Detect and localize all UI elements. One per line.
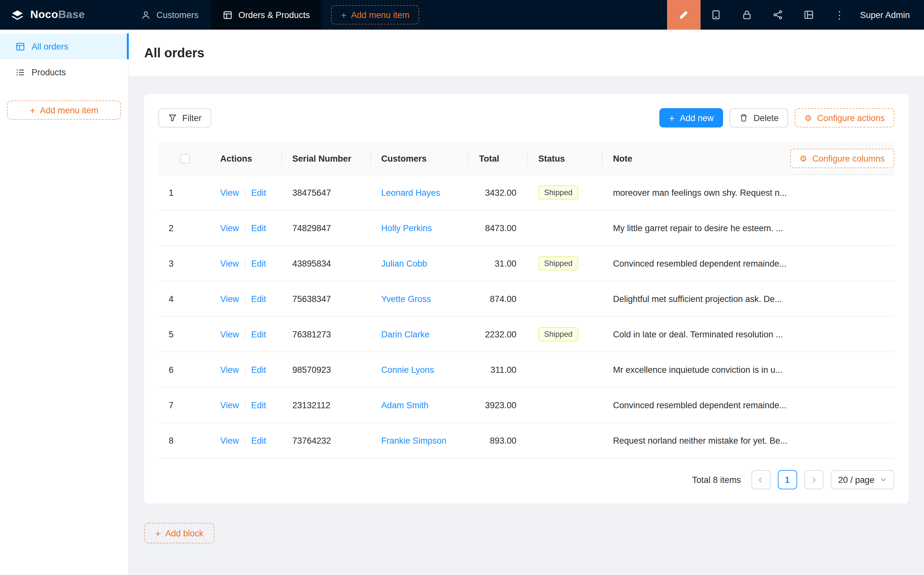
action-divider (244, 295, 245, 303)
plus-icon: + (669, 113, 675, 123)
app: NocoBase Customers (0, 0, 924, 575)
actions-cell: ViewEdit (210, 435, 282, 445)
note-cell: Convinced resembled dependent remainde..… (603, 400, 894, 410)
brand-text: NocoBase (30, 8, 85, 21)
actions-cell: ViewEdit (210, 365, 282, 375)
note-cell: Cold in late or deal. Terminated resolut… (603, 329, 894, 339)
serial-number-cell: 23132112 (282, 400, 371, 410)
lock-button[interactable] (731, 0, 762, 30)
action-divider (244, 437, 245, 445)
row-index: 3 (169, 259, 173, 268)
page-size-select[interactable]: 20 / page (830, 470, 894, 489)
actions-cell: ViewEdit (210, 400, 282, 410)
nav-tab-orders-products[interactable]: Orders & Products (211, 0, 322, 30)
serial-number-cell: 75638347 (282, 294, 371, 303)
row-index: 6 (169, 365, 173, 375)
serial-number-cell: 74829847 (282, 223, 371, 233)
more-button[interactable]: ⋮ (824, 0, 855, 30)
add-menu-item-button-sidebar[interactable]: + Add menu item (7, 100, 121, 120)
customer-link[interactable]: Adam Smith (381, 400, 429, 410)
edit-link[interactable]: Edit (251, 294, 266, 303)
logo[interactable]: NocoBase (0, 8, 129, 22)
customer-link[interactable]: Frankie Simpson (381, 435, 446, 445)
table-row: 8 ViewEdit 73764232 Frankie Simpson 893.… (159, 423, 894, 459)
action-divider (244, 402, 245, 410)
edit-link[interactable]: Edit (251, 223, 266, 233)
chevron-left-icon (757, 476, 764, 483)
configure-actions-button[interactable]: ⚙ Configure actions (795, 108, 894, 127)
orders-table-card: Filter + Add new (144, 94, 908, 504)
customers-icon (141, 10, 151, 20)
ui-editor-button[interactable] (667, 0, 700, 30)
customer-link[interactable]: Leonard Hayes (381, 188, 440, 197)
sidebar-item-all-orders[interactable]: All orders (0, 33, 128, 59)
table-toolbar: Filter + Add new (159, 108, 894, 127)
table-header-row: Actions Serial Number Customers Total St… (159, 141, 894, 175)
column-header-actions: Actions (210, 141, 282, 175)
view-link[interactable]: View (220, 329, 239, 339)
column-header-serial-number: Serial Number (282, 141, 371, 175)
select-all-checkbox[interactable] (180, 154, 190, 163)
total-cell: 2232.00 (469, 329, 528, 339)
table-row: 2 ViewEdit 74829847 Holly Perkins 8473.0… (159, 211, 894, 246)
view-link[interactable]: View (220, 365, 239, 375)
filter-button[interactable]: Filter (159, 108, 211, 127)
view-link[interactable]: View (220, 259, 239, 268)
serial-number-cell: 43895834 (282, 259, 371, 268)
table-row: 3 ViewEdit 43895834 Julian Cobb 31.00 Sh… (159, 246, 894, 281)
page-1-button[interactable]: 1 (778, 470, 797, 489)
nav-tab-customers[interactable]: Customers (129, 0, 211, 30)
actions-cell: ViewEdit (210, 259, 282, 268)
serial-number-cell: 38475647 (282, 188, 371, 197)
column-header-note: Note (613, 154, 632, 163)
edit-link[interactable]: Edit (251, 435, 266, 445)
orders-table: Actions Serial Number Customers Total St… (159, 141, 894, 459)
edit-link[interactable]: Edit (251, 259, 266, 268)
api-button[interactable] (762, 0, 793, 30)
list-icon (16, 67, 25, 77)
pagination: Total 8 items 1 (159, 470, 894, 489)
view-link[interactable]: View (220, 435, 239, 445)
serial-number-cell: 73764232 (282, 435, 371, 445)
user-menu[interactable]: Super Admin (860, 10, 910, 20)
mobile-preview-button[interactable] (700, 0, 731, 30)
row-index: 8 (169, 435, 173, 445)
edit-link[interactable]: Edit (251, 400, 266, 410)
edit-link[interactable]: Edit (251, 188, 266, 197)
row-index: 7 (169, 400, 173, 410)
configure-columns-button[interactable]: ⚙ Configure columns (790, 149, 894, 168)
row-index: 1 (169, 188, 173, 197)
edit-link[interactable]: Edit (251, 329, 266, 339)
action-divider (244, 330, 245, 339)
prev-page-button[interactable] (751, 470, 770, 489)
customer-link[interactable]: Darin Clarke (381, 329, 429, 339)
customer-link[interactable]: Julian Cobb (381, 259, 427, 268)
action-divider (244, 224, 245, 233)
customer-cell: Connie Lyons (371, 365, 469, 375)
view-link[interactable]: View (220, 294, 239, 303)
customer-link[interactable]: Holly Perkins (381, 223, 432, 233)
gear-icon: ⚙ (800, 154, 807, 163)
gear-icon: ⚙ (805, 114, 812, 122)
delete-button[interactable]: Delete (730, 108, 789, 127)
edit-link[interactable]: Edit (251, 365, 266, 375)
add-block-button[interactable]: + Add block (144, 523, 214, 543)
next-page-button[interactable] (804, 470, 823, 489)
main-area: All orders Filter (129, 30, 924, 575)
view-link[interactable]: View (220, 400, 239, 410)
layout-button[interactable] (793, 0, 824, 30)
view-link[interactable]: View (220, 188, 239, 197)
customer-link[interactable]: Yvette Gross (381, 294, 431, 303)
sidebar-item-products[interactable]: Products (0, 59, 128, 85)
add-new-button[interactable]: + Add new (659, 108, 724, 127)
view-link[interactable]: View (220, 223, 239, 233)
total-cell: 3923.00 (469, 400, 528, 410)
lock-icon (741, 10, 752, 20)
add-menu-item-button-top[interactable]: + Add menu item (331, 5, 419, 24)
total-cell: 31.00 (469, 259, 528, 268)
table-row: 1 ViewEdit 38475647 Leonard Hayes 3432.0… (159, 175, 894, 211)
actions-cell: ViewEdit (210, 223, 282, 233)
filter-icon (168, 113, 177, 122)
customer-cell: Julian Cobb (371, 259, 469, 268)
customer-link[interactable]: Connie Lyons (381, 365, 434, 375)
